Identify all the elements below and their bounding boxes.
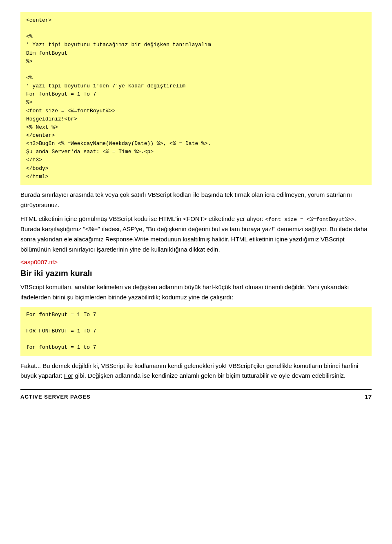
section-big-title: Bir iki yazım kuralı — [20, 269, 372, 278]
code-block-1: <center> <% ' Yazı tipi boyutunu tutacağ… — [20, 12, 372, 185]
code-text-2: For fontBoyut = 1 To 7 FOR FONTBOYUT = 1… — [26, 312, 96, 351]
big-title-text: Bir iki yazım kuralı — [20, 269, 92, 278]
response-write-link: Response.Write — [105, 236, 149, 243]
page-footer: ACTIVE SERVER PAGES 17 — [20, 389, 372, 400]
footer-title: ACTIVE SERVER PAGES — [20, 394, 91, 400]
prose-paragraph-1: Burada sınırlayıcı arasında tek veya çok… — [20, 190, 372, 210]
for-underline: For — [64, 372, 74, 379]
code-inline-font: <font size = <%=fontBoyut%>> — [265, 216, 354, 223]
footer-page-number: 17 — [365, 393, 372, 400]
prose-paragraph-3: VBScript komutları, anahtar kelimeleri v… — [20, 282, 372, 303]
section-link: <asp0007.tif> — [20, 259, 372, 265]
section-link-text: <asp0007.tif> — [20, 259, 58, 265]
prose-paragraph-4: Fakat... Bu demek değildir ki, VBScript … — [20, 361, 372, 381]
code-text-1: <center> <% ' Yazı tipi boyutunu tutacağ… — [26, 17, 211, 180]
code-block-2: For fontBoyut = 1 To 7 FOR FONTBOYUT = 1… — [20, 307, 372, 356]
prose-text-1: Burada sınırlayıcı arasında tek veya çok… — [20, 191, 352, 208]
prose-text-3: VBScript komutları, anahtar kelimeleri v… — [20, 283, 349, 301]
page-container: <center> <% ' Yazı tipi boyutunu tutacağ… — [0, 0, 392, 408]
prose-text-2a: HTML etiketinin içine gömülmüş VBScript … — [20, 215, 265, 222]
prose-paragraph-2: HTML etiketinin içine gömülmüş VBScript … — [20, 214, 372, 254]
prose-text-4b: gibi. Değişken adlarında ise kendinize a… — [73, 372, 345, 379]
